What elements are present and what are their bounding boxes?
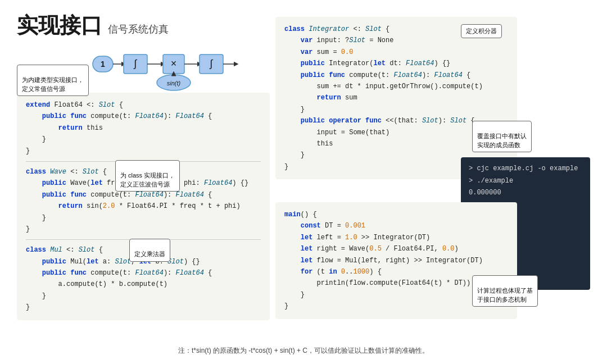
annotation-mul: 定义乘法器	[129, 239, 170, 262]
terminal-line: > cjc example.cj -o example	[469, 163, 582, 175]
svg-text:sin(t): sin(t)	[167, 80, 181, 87]
diagram-area: 1 ∫ × ∫ sin(t)	[90, 42, 259, 98]
annotation-override: 覆盖接口中有默认 实现的成员函数	[472, 121, 532, 152]
svg-text:∫: ∫	[133, 58, 138, 69]
title-area: 实现接口 信号系统仿真	[17, 11, 169, 40]
code-panel-left: extend Float64 <: Slot { public func com…	[17, 93, 270, 320]
annotation-builtin: 为内建类型实现接口， 定义常值信号源	[17, 65, 89, 96]
code-block-extend: extend Float64 <: Slot { public func com…	[26, 99, 261, 157]
svg-text:×: ×	[171, 58, 177, 69]
annotation-integrator: 定义积分器	[461, 24, 502, 38]
title-sub: 信号系统仿真	[108, 22, 169, 36]
annotation-wave: 为 class 实现接口， 定义正弦波信号源	[115, 160, 180, 192]
svg-text:∫: ∫	[209, 58, 214, 69]
code-panel-integrator: class Integrator <: Slot { var input: ?S…	[275, 17, 517, 179]
svg-text:1: 1	[101, 60, 105, 69]
terminal-line: 0.000000	[469, 187, 582, 199]
title-main: 实现接口	[17, 11, 102, 40]
footer-note: 注：t*sin(t) 的原函数为 -t*cos(t) + sin(t) + C，…	[0, 346, 607, 356]
terminal-line: > ./example	[469, 175, 582, 188]
annotation-polymorphism: 计算过程也体现了基 于接口的多态机制	[472, 275, 538, 307]
signal-diagram: 1 ∫ × ∫ sin(t)	[90, 42, 264, 93]
